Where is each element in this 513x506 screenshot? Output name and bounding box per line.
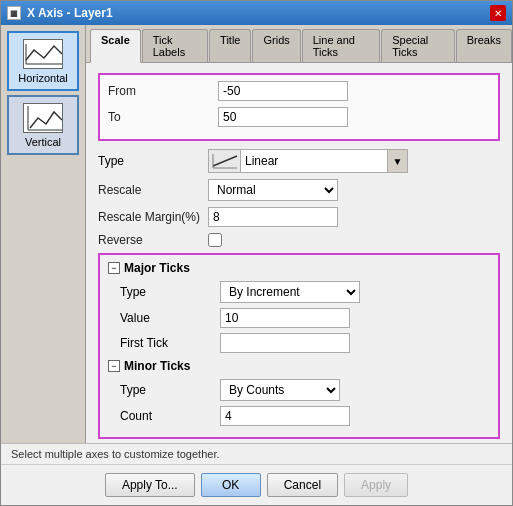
- footer: Apply To... OK Cancel Apply: [1, 464, 512, 505]
- type-label: Type: [98, 154, 208, 168]
- main-window: ▦ X Axis - Layer1 ✕ Horizontal: [0, 0, 513, 506]
- linear-icon: [209, 150, 241, 172]
- type-value: Linear: [241, 152, 387, 170]
- tab-content-scale: From To Type: [86, 63, 512, 443]
- minor-ticks-title-row: − Minor Ticks: [108, 359, 490, 373]
- rescale-margin-label: Rescale Margin(%): [98, 210, 208, 224]
- to-input[interactable]: [218, 107, 348, 127]
- major-ticks-toggle[interactable]: −: [108, 262, 120, 274]
- close-button[interactable]: ✕: [490, 5, 506, 21]
- minor-ticks-type-row: Type By Counts By Increment None: [108, 379, 490, 401]
- main-content: Scale Tick Labels Title Grids Line and T…: [86, 25, 512, 443]
- major-ticks-first-input[interactable]: [220, 333, 350, 353]
- from-to-group: From To: [98, 73, 500, 141]
- reverse-checkbox[interactable]: [208, 233, 222, 247]
- sidebar-item-vertical[interactable]: Vertical: [7, 95, 79, 155]
- cancel-button[interactable]: Cancel: [267, 473, 338, 497]
- rescale-row: Rescale Normal Auto Fixed: [98, 179, 500, 201]
- major-ticks-type-row: Type By Increment By Counts By Custom: [108, 281, 490, 303]
- minor-ticks-count-input[interactable]: [220, 406, 350, 426]
- horizontal-axis-icon: [23, 39, 63, 69]
- major-ticks-title: Major Ticks: [124, 261, 190, 275]
- major-ticks-type-label: Type: [120, 285, 220, 299]
- rescale-dropdown[interactable]: Normal Auto Fixed: [208, 179, 338, 201]
- ok-button[interactable]: OK: [201, 473, 261, 497]
- window-title: X Axis - Layer1: [27, 6, 113, 20]
- major-ticks-title-row: − Major Ticks: [108, 261, 490, 275]
- tab-line-and-ticks[interactable]: Line and Ticks: [302, 29, 380, 62]
- major-ticks-type-dropdown[interactable]: By Increment By Counts By Custom: [220, 281, 360, 303]
- title-bar: ▦ X Axis - Layer1 ✕: [1, 1, 512, 25]
- rescale-label: Rescale: [98, 183, 208, 197]
- reverse-label: Reverse: [98, 233, 208, 247]
- major-ticks-first-row: First Tick: [108, 333, 490, 353]
- tab-special-ticks[interactable]: Special Ticks: [381, 29, 455, 62]
- title-bar-title: ▦ X Axis - Layer1: [7, 6, 113, 20]
- minor-ticks-type-label: Type: [120, 383, 220, 397]
- from-row: From: [108, 81, 490, 101]
- vertical-axis-icon: [23, 103, 63, 133]
- minor-ticks-title: Minor Ticks: [124, 359, 190, 373]
- to-row: To: [108, 107, 490, 127]
- sidebar-item-horizontal[interactable]: Horizontal: [7, 31, 79, 91]
- type-row: Type Linear ▼: [98, 149, 500, 173]
- status-text: Select multiple axes to customize togeth…: [11, 448, 220, 460]
- tab-grids[interactable]: Grids: [252, 29, 300, 62]
- type-dropdown-arrow[interactable]: ▼: [387, 150, 407, 172]
- sidebar: Horizontal Vertical: [1, 25, 86, 443]
- tab-scale[interactable]: Scale: [90, 29, 141, 63]
- tab-title[interactable]: Title: [209, 29, 251, 62]
- major-ticks-first-label: First Tick: [120, 336, 220, 350]
- apply-button[interactable]: Apply: [344, 473, 408, 497]
- from-input[interactable]: [218, 81, 348, 101]
- major-ticks-value-row: Value: [108, 308, 490, 328]
- minor-ticks-count-label: Count: [120, 409, 220, 423]
- apply-to-button[interactable]: Apply To...: [105, 473, 195, 497]
- minor-ticks-type-dropdown[interactable]: By Counts By Increment None: [220, 379, 340, 401]
- tab-tick-labels[interactable]: Tick Labels: [142, 29, 208, 62]
- reverse-row: Reverse: [98, 233, 500, 247]
- to-label: To: [108, 110, 218, 124]
- status-bar: Select multiple axes to customize togeth…: [1, 443, 512, 464]
- from-label: From: [108, 84, 218, 98]
- svg-line-4: [213, 156, 237, 166]
- vertical-label: Vertical: [25, 136, 61, 148]
- type-selector[interactable]: Linear ▼: [208, 149, 408, 173]
- window-body: Horizontal Vertical Scale Tick Labels: [1, 25, 512, 443]
- minor-ticks-count-row: Count: [108, 406, 490, 426]
- tabs-bar: Scale Tick Labels Title Grids Line and T…: [86, 25, 512, 63]
- rescale-margin-input[interactable]: [208, 207, 338, 227]
- major-ticks-value-label: Value: [120, 311, 220, 325]
- minor-ticks-toggle[interactable]: −: [108, 360, 120, 372]
- rescale-margin-row: Rescale Margin(%): [98, 207, 500, 227]
- ticks-group: − Major Ticks Type By Increment By Count…: [98, 253, 500, 439]
- window-icon: ▦: [7, 6, 21, 20]
- horizontal-label: Horizontal: [18, 72, 68, 84]
- tab-breaks[interactable]: Breaks: [456, 29, 512, 62]
- major-ticks-value-input[interactable]: [220, 308, 350, 328]
